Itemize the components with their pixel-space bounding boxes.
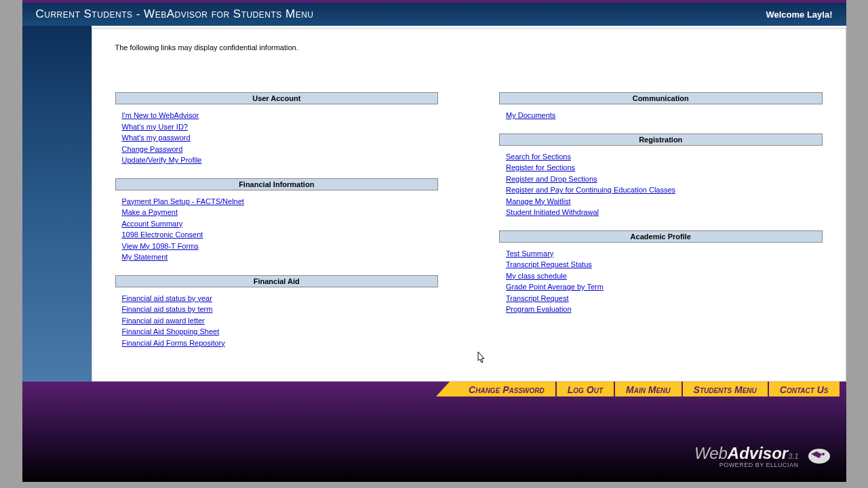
footer: Change PasswordLog OutMain MenuStudents … [22, 382, 846, 482]
menu-link[interactable]: Student Initiated Withdrawal [506, 207, 816, 218]
menu-link[interactable]: Manage My Waitlist [506, 196, 816, 207]
right-section-header: Academic Profile [499, 230, 823, 243]
menu-link[interactable]: My Documents [506, 110, 816, 121]
left-section-header: User Account [115, 92, 439, 104]
left-section-links: I'm New to WebAdvisorWhat's my User ID?W… [115, 110, 439, 178]
webadvisor-logo: WebAdvisor3.1 [694, 444, 799, 463]
svg-point-1 [822, 453, 825, 455]
menu-link[interactable]: 1098 Electronic Consent [122, 229, 432, 241]
page-title: Current Students - WebAdvisor for Studen… [36, 7, 314, 21]
footer-nav-button[interactable]: Change Password [450, 382, 557, 396]
menu-link[interactable]: My Statement [122, 251, 432, 263]
menu-link[interactable]: Financial aid status by year [122, 293, 432, 304]
menu-link[interactable]: Payment Plan Setup - FACTS/Nelnet [122, 196, 432, 207]
menu-link[interactable]: Update/Verify My Profile [122, 155, 432, 166]
confidential-notice: The following links may display confiden… [115, 43, 823, 52]
menu-link[interactable]: Financial aid status by term [122, 304, 432, 315]
left-column: User AccountI'm New to WebAdvisorWhat's … [115, 92, 439, 361]
footer-nav-button[interactable]: Main Menu [615, 382, 683, 396]
menu-link[interactable]: What's my User ID? [122, 121, 432, 133]
menu-link[interactable]: Financial Aid Shopping Sheet [122, 326, 432, 338]
menu-link[interactable]: I'm New to WebAdvisor [122, 110, 432, 121]
menu-link[interactable]: Financial aid award letter [122, 315, 432, 327]
menu-link[interactable]: Financial Aid Forms Repository [122, 338, 432, 349]
menu-link[interactable]: Register and Pay for Continuing Educatio… [506, 184, 816, 196]
right-column: CommunicationMy DocumentsRegistrationSea… [499, 92, 823, 361]
right-section-header: Communication [499, 92, 823, 104]
menu-link[interactable]: Change Password [122, 144, 432, 155]
left-section-header: Financial Information [115, 178, 439, 190]
columns: User AccountI'm New to WebAdvisorWhat's … [115, 92, 823, 361]
menu-link[interactable]: What's my password [122, 132, 432, 144]
right-section-links: Test SummaryTranscript Request StatusMy … [499, 248, 823, 327]
left-section-links: Payment Plan Setup - FACTS/NelnetMake a … [115, 196, 439, 275]
menu-link[interactable]: Transcript Request Status [506, 259, 816, 270]
left-sidebar [22, 26, 92, 382]
left-section-links: Financial aid status by yearFinancial ai… [115, 293, 439, 361]
menu-link[interactable]: Make a Payment [122, 207, 432, 218]
left-section-header: Financial Aid [115, 275, 439, 287]
right-section-header: Registration [499, 134, 823, 146]
menu-link[interactable]: Account Summary [122, 218, 432, 230]
menu-link[interactable]: Register for Sections [506, 162, 816, 174]
right-section-links: Search for SectionsRegister for Sections… [499, 151, 823, 230]
menu-link[interactable]: Register and Drop Sections [506, 174, 816, 185]
welcome-text: Welcome Layla! [766, 9, 832, 20]
footer-nav-button[interactable]: Students Menu [683, 382, 769, 396]
menu-link[interactable]: Grade Point Average by Term [506, 281, 816, 293]
right-section-links: My Documents [499, 110, 823, 134]
logo-block: WebAdvisor3.1 POWERED BY ELLUCIAN [694, 444, 799, 468]
menu-link[interactable]: View My 1098-T Forms [122, 241, 432, 252]
content-area: The following links may display confiden… [92, 28, 846, 382]
logo-area: WebAdvisor3.1 POWERED BY ELLUCIAN [22, 396, 846, 468]
footer-nav-button[interactable]: Log Out [557, 382, 615, 396]
footer-nav: Change PasswordLog OutMain MenuStudents … [22, 382, 846, 396]
body-wrap: The following links may display confiden… [22, 26, 846, 382]
footer-nav-button[interactable]: Contact Us [769, 382, 840, 396]
menu-link[interactable]: Transcript Request [506, 293, 816, 304]
menu-link[interactable]: Test Summary [506, 248, 816, 260]
menu-link[interactable]: My class schedule [506, 270, 816, 282]
header: Current Students - WebAdvisor for Studen… [22, 3, 846, 26]
menu-link[interactable]: Program Evaluation [506, 304, 816, 315]
menu-link[interactable]: Search for Sections [506, 151, 816, 163]
app-container: Current Students - WebAdvisor for Studen… [22, 0, 846, 482]
mascot-icon [806, 446, 833, 466]
